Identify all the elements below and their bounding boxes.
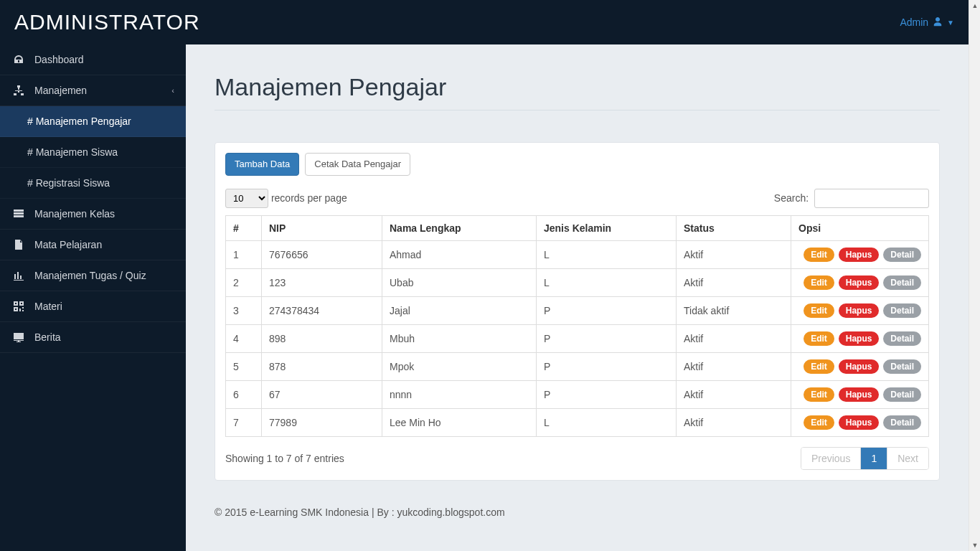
user-menu[interactable]: Admin ▼ bbox=[900, 17, 954, 29]
cell-nip: 67 bbox=[262, 381, 382, 409]
cell-nip: 898 bbox=[262, 325, 382, 353]
detail-button[interactable]: Detail bbox=[883, 387, 921, 402]
cell-opsi: Edit Hapus Detail bbox=[791, 269, 929, 297]
cell-nip: 274378434 bbox=[262, 297, 382, 325]
delete-button[interactable]: Hapus bbox=[839, 248, 880, 262]
cell-jk: P bbox=[537, 297, 677, 325]
sidebar-item-dashboard[interactable]: Dashboard bbox=[0, 44, 186, 75]
cell-opsi: Edit Hapus Detail bbox=[791, 353, 929, 381]
sidebar-label: Mata Pelajaran bbox=[34, 239, 102, 250]
th-num[interactable]: # bbox=[226, 216, 262, 241]
th-opsi[interactable]: Opsi bbox=[791, 216, 929, 241]
scrollbar[interactable]: ▲ ▼ bbox=[969, 0, 980, 551]
search-control: Search: bbox=[774, 189, 929, 208]
sidebar-sub-label: # Registrasi Siswa bbox=[27, 177, 110, 189]
detail-button[interactable]: Detail bbox=[883, 276, 921, 290]
detail-button[interactable]: Detail bbox=[883, 331, 921, 346]
cell-jk: L bbox=[537, 269, 677, 297]
table-row: 4898MbuhPAktifEdit Hapus Detail bbox=[226, 325, 929, 353]
delete-button[interactable]: Hapus bbox=[839, 331, 880, 346]
print-button[interactable]: Cetak Data Pengajar bbox=[305, 153, 410, 176]
edit-button[interactable]: Edit bbox=[804, 359, 834, 374]
detail-button[interactable]: Detail bbox=[883, 415, 921, 430]
delete-button[interactable]: Hapus bbox=[839, 415, 880, 430]
edit-button[interactable]: Edit bbox=[804, 415, 834, 430]
page-prev[interactable]: Previous bbox=[801, 448, 861, 469]
grid-icon bbox=[13, 208, 24, 220]
table-info: Showing 1 to 7 of 7 entries bbox=[225, 453, 344, 464]
table-row: 17676656AhmadLAktifEdit Hapus Detail bbox=[226, 241, 929, 269]
table-header-row: # NIP Nama Lengkap Jenis Kelamin Status … bbox=[226, 216, 929, 241]
cell-jk: L bbox=[537, 241, 677, 269]
table-row: 5878MpokPAktifEdit Hapus Detail bbox=[226, 353, 929, 381]
delete-button[interactable]: Hapus bbox=[839, 359, 880, 374]
sidebar-sub-pengajar[interactable]: # Manajemen Pengajar bbox=[0, 106, 186, 137]
add-button[interactable]: Tambah Data bbox=[225, 153, 299, 176]
chart-icon bbox=[13, 270, 24, 281]
cell-num: 6 bbox=[226, 381, 262, 409]
scroll-up-icon[interactable]: ▲ bbox=[969, 0, 980, 11]
cell-num: 2 bbox=[226, 269, 262, 297]
page-current[interactable]: 1 bbox=[861, 448, 887, 469]
sidebar-item-manajemen[interactable]: Manajemen ‹ bbox=[0, 75, 186, 106]
cell-opsi: Edit Hapus Detail bbox=[791, 381, 929, 409]
edit-button[interactable]: Edit bbox=[804, 248, 834, 262]
sidebar-sub-label: # Manajemen Pengajar bbox=[27, 116, 131, 127]
th-nama[interactable]: Nama Lengkap bbox=[382, 216, 537, 241]
scroll-down-icon[interactable]: ▼ bbox=[969, 540, 980, 551]
cell-nama: nnnn bbox=[382, 381, 537, 409]
sidebar-sub-label: # Manajemen Siswa bbox=[27, 146, 118, 158]
per-page-select[interactable]: 10 bbox=[225, 189, 268, 208]
cell-nip: 7676656 bbox=[262, 241, 382, 269]
user-label: Admin bbox=[900, 17, 928, 28]
cell-num: 5 bbox=[226, 353, 262, 381]
edit-button[interactable]: Edit bbox=[804, 387, 834, 402]
cell-status: Aktif bbox=[677, 241, 791, 269]
th-status[interactable]: Status bbox=[677, 216, 791, 241]
detail-button[interactable]: Detail bbox=[883, 248, 921, 262]
sidebar-sub-siswa[interactable]: # Manajemen Siswa bbox=[0, 137, 186, 168]
sidebar-label: Manajemen Kelas bbox=[34, 208, 115, 220]
cell-nama: Mpok bbox=[382, 353, 537, 381]
search-input[interactable] bbox=[814, 189, 929, 208]
table-row: 667nnnnPAktifEdit Hapus Detail bbox=[226, 381, 929, 409]
th-nip[interactable]: NIP bbox=[262, 216, 382, 241]
user-icon bbox=[933, 17, 943, 29]
brand-title: ADMINISTRATOR bbox=[14, 10, 200, 34]
cell-status: Aktif bbox=[677, 409, 791, 437]
pagination: Previous 1 Next bbox=[801, 447, 929, 470]
sidebar-label: Dashboard bbox=[34, 54, 84, 65]
sidebar-item-mapel[interactable]: Mata Pelajaran bbox=[0, 230, 186, 260]
sidebar-item-tugas[interactable]: Manajemen Tugas / Quiz bbox=[0, 260, 186, 291]
sidebar-item-kelas[interactable]: Manajemen Kelas bbox=[0, 199, 186, 230]
search-label: Search: bbox=[774, 192, 809, 204]
cell-jk: P bbox=[537, 353, 677, 381]
edit-button[interactable]: Edit bbox=[804, 303, 834, 318]
delete-button[interactable]: Hapus bbox=[839, 387, 880, 402]
sidebar: Dashboard Manajemen ‹ # Manajemen Pengaj… bbox=[0, 44, 186, 551]
cell-jk: L bbox=[537, 409, 677, 437]
edit-button[interactable]: Edit bbox=[804, 276, 834, 290]
data-table: # NIP Nama Lengkap Jenis Kelamin Status … bbox=[225, 215, 929, 437]
cell-num: 1 bbox=[226, 241, 262, 269]
th-jk[interactable]: Jenis Kelamin bbox=[537, 216, 677, 241]
cell-num: 3 bbox=[226, 297, 262, 325]
chevron-left-icon: ‹ bbox=[171, 86, 174, 95]
detail-button[interactable]: Detail bbox=[883, 303, 921, 318]
edit-button[interactable]: Edit bbox=[804, 331, 834, 346]
delete-button[interactable]: Hapus bbox=[839, 276, 880, 290]
sidebar-item-berita[interactable]: Berita bbox=[0, 322, 186, 353]
cell-nama: Lee Min Ho bbox=[382, 409, 537, 437]
sidebar-sub-registrasi[interactable]: # Registrasi Siswa bbox=[0, 168, 186, 199]
panel-actions: Tambah Data Cetak Data Pengajar bbox=[225, 153, 929, 176]
detail-button[interactable]: Detail bbox=[883, 359, 921, 374]
per-page-control: 10 records per page bbox=[225, 189, 347, 208]
sidebar-item-materi[interactable]: Materi bbox=[0, 291, 186, 322]
delete-button[interactable]: Hapus bbox=[839, 303, 880, 318]
page-next[interactable]: Next bbox=[887, 448, 928, 469]
cell-status: Aktif bbox=[677, 325, 791, 353]
dashboard-icon bbox=[13, 54, 24, 65]
cell-num: 4 bbox=[226, 325, 262, 353]
caret-down-icon: ▼ bbox=[947, 19, 954, 27]
sidebar-label: Manajemen Tugas / Quiz bbox=[34, 270, 146, 281]
